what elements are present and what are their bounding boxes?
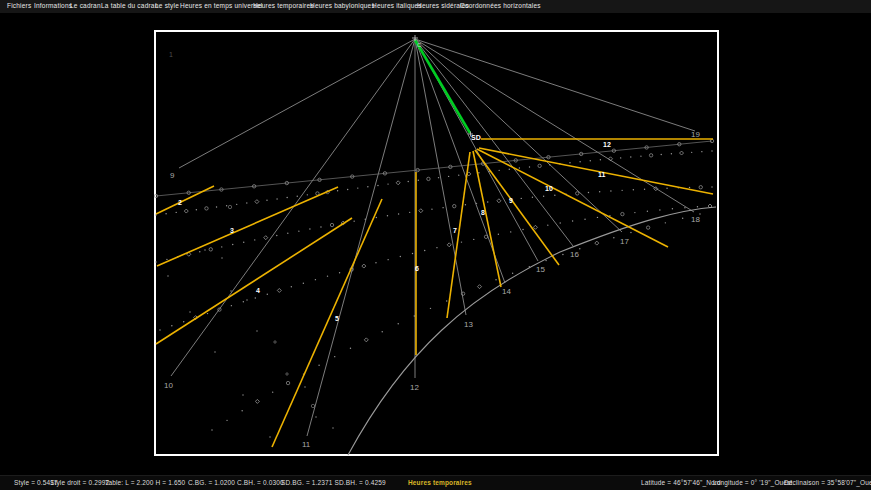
equinox-line: [156, 141, 712, 196]
date-curve: [160, 206, 710, 330]
curve-markers: [155, 186, 712, 263]
status-mode-heures-temporaires: Heures temporaires: [408, 479, 472, 486]
sundial-canvas[interactable]: 191011121314151617181923456789101112SDC: [0, 0, 871, 490]
plot-frame: [155, 31, 718, 455]
hour-label: 10: [545, 185, 553, 192]
hour-label: 1: [169, 51, 173, 58]
status-longitude: Longitude = 0° '19"_Ouest: [713, 479, 792, 486]
hour-label: 19: [691, 130, 700, 139]
hour-label: 18: [691, 215, 700, 224]
hour-labels: 191011121314151617181923456789101112SDC: [164, 42, 700, 449]
hour-label: 11: [302, 440, 311, 449]
status-sdbg-sdbh: SD.BG. = 1.2371 SD.BH. = 0.4259: [281, 479, 386, 486]
hour-label: 2: [178, 199, 182, 206]
status-latitude: Latitude = 46°57'46"_Nord: [641, 479, 721, 486]
hour-label: 15: [536, 265, 545, 274]
date-curve: [212, 214, 700, 430]
temporal-line-10: [477, 149, 668, 247]
date-curve: [156, 187, 712, 262]
status-table: Table: L = 2.200 H = 1.650: [105, 479, 185, 486]
hour-label: C: [417, 42, 422, 48]
temporal-line-7: [447, 152, 470, 318]
temporal-line-5: [272, 199, 382, 447]
hour-label: 6: [415, 265, 419, 272]
declination-curves: [154, 139, 716, 455]
hour-label: 12: [603, 141, 611, 148]
hour-label: SD: [471, 134, 481, 141]
hour-label: 13: [464, 320, 473, 329]
hour-label: 5: [335, 315, 339, 322]
temporal-line-8: [473, 151, 501, 287]
date-curve: [156, 151, 712, 215]
temporal-line-4: [156, 218, 352, 344]
hour-label: 9: [170, 171, 175, 180]
hour-label: 10: [164, 381, 173, 390]
hour-label: 16: [570, 250, 579, 259]
temporal-line-9: [475, 150, 559, 265]
temporal-line-3: [157, 187, 338, 266]
hour-label: 17: [620, 237, 629, 246]
temporal-line-11: [479, 148, 713, 194]
hour-label: 4: [256, 287, 260, 294]
application-window: Fichiers Informations Le cadran La table…: [0, 0, 871, 490]
hour-label: 7: [453, 227, 457, 234]
hour-label: 14: [502, 287, 511, 296]
hour-label: 3: [230, 227, 234, 234]
status-bar: Style = 0.5417 Style droit = 0.2992 Tabl…: [0, 475, 871, 490]
status-cbg-cbh: C.BG. = 1.0200 C.BH. = 0.0300: [188, 479, 284, 486]
status-style-droit: Style droit = 0.2992: [50, 479, 109, 486]
hour-label: 11: [598, 171, 606, 178]
status-declinaison: Déclinaison = 35°58'07"_Ouest: [784, 479, 871, 486]
hour-label: 8: [481, 209, 485, 216]
temporal-hour-lines: [156, 139, 713, 447]
hour-line-fan: [171, 39, 695, 436]
hour-label: 9: [509, 197, 513, 204]
curve-markers: [159, 204, 712, 331]
hour-label: 12: [410, 383, 419, 392]
curve-markers: [155, 150, 712, 215]
